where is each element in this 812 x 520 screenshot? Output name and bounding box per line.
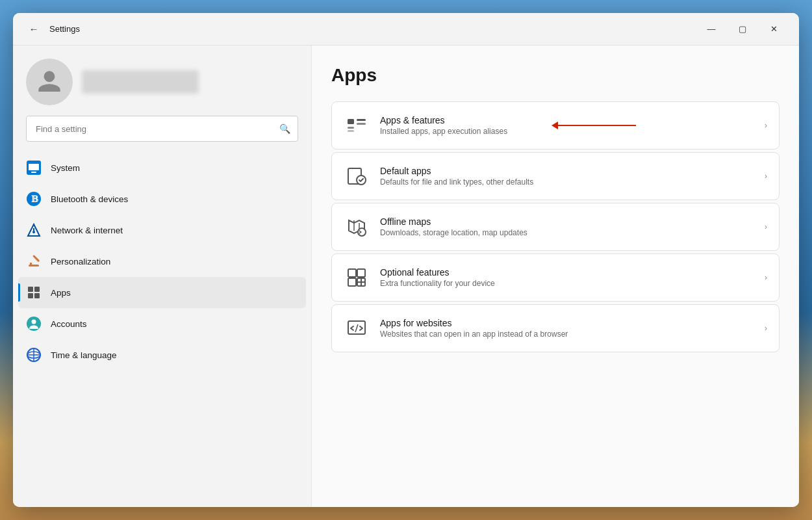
close-button[interactable]: ✕ — [759, 19, 789, 40]
network-icon — [26, 222, 42, 238]
default-apps-desc: Defaults for file and link types, other … — [380, 177, 765, 187]
svg-line-38 — [355, 324, 358, 332]
sidebar-item-apps[interactable]: Apps — [18, 277, 306, 308]
svg-rect-9 — [32, 255, 40, 262]
offline-maps-title: Offline maps — [380, 216, 765, 227]
svg-rect-1 — [29, 164, 39, 170]
optional-features-title: Optional features — [380, 267, 765, 278]
settings-window: ← Settings — ▢ ✕ 🔍 — [13, 13, 799, 507]
avatar — [26, 58, 73, 105]
offline-maps-icon — [344, 214, 370, 240]
sidebar: 🔍 System — [13, 46, 312, 507]
maximize-button[interactable]: ▢ — [728, 19, 757, 40]
sidebar-item-time[interactable]: Time & language — [18, 339, 306, 370]
default-apps-icon — [344, 163, 370, 189]
personalization-icon — [26, 254, 42, 269]
search-input[interactable] — [26, 116, 298, 142]
apps-websites-desc: Websites that can open in an app instead… — [380, 330, 765, 339]
sidebar-item-accounts-label: Accounts — [51, 319, 87, 329]
svg-rect-8 — [29, 265, 39, 266]
sidebar-item-network[interactable]: Network & internet — [18, 214, 306, 246]
offline-maps-chevron: › — [765, 222, 767, 231]
apps-websites-text: Apps for websites Websites that can open… — [380, 318, 765, 339]
svg-rect-25 — [357, 123, 366, 125]
setting-card-apps-features[interactable]: Apps & features Installed apps, app exec… — [331, 101, 780, 150]
setting-card-optional-features[interactable]: Optional features Extra functionality fo… — [331, 254, 780, 302]
default-apps-chevron: › — [765, 172, 767, 181]
system-icon — [26, 160, 42, 176]
minimize-button[interactable]: — — [696, 19, 726, 40]
svg-rect-10 — [30, 263, 32, 265]
user-profile — [13, 46, 311, 116]
sidebar-item-apps-label: Apps — [51, 288, 71, 298]
sidebar-item-time-label: Time & language — [51, 350, 117, 360]
apps-websites-icon — [344, 315, 370, 341]
svg-rect-22 — [348, 127, 354, 129]
svg-rect-21 — [348, 119, 354, 124]
setting-card-default-apps[interactable]: Default apps Defaults for file and link … — [331, 152, 780, 200]
sidebar-item-network-label: Network & internet — [51, 226, 123, 235]
default-apps-text: Default apps Defaults for file and link … — [380, 166, 765, 187]
apps-websites-title: Apps for websites — [380, 318, 765, 328]
svg-point-6 — [32, 231, 35, 233]
offline-maps-desc: Downloads, storage location, map updates — [380, 228, 765, 237]
nav-list: System 𝔹 Bluetooth & devices — [13, 152, 311, 500]
user-info-blurred — [82, 70, 199, 94]
optional-features-icon — [344, 265, 370, 291]
optional-features-desc: Extra functionality for your device — [380, 279, 765, 288]
svg-rect-23 — [348, 130, 354, 132]
setting-card-offline-maps[interactable]: Offline maps Downloads, storage location… — [331, 203, 780, 251]
sidebar-item-personalization-label: Personalization — [51, 257, 110, 266]
sidebar-item-accounts[interactable]: Accounts — [18, 308, 306, 339]
page-title: Apps — [331, 65, 780, 86]
optional-features-chevron: › — [765, 273, 767, 282]
apps-icon — [26, 285, 42, 300]
content-area: Apps Apps & features Installed apps, app… — [312, 46, 799, 507]
sidebar-item-bluetooth[interactable]: 𝔹 Bluetooth & devices — [18, 183, 306, 214]
search-icon: 🔍 — [279, 124, 290, 134]
setting-card-apps-websites[interactable]: Apps for websites Websites that can open… — [331, 304, 780, 352]
svg-rect-14 — [34, 293, 40, 298]
svg-rect-24 — [357, 119, 366, 121]
user-icon — [36, 69, 62, 95]
svg-rect-32 — [357, 269, 365, 277]
red-arrow-annotation — [552, 122, 636, 129]
svg-rect-12 — [34, 287, 40, 292]
svg-rect-31 — [348, 269, 356, 277]
svg-rect-33 — [348, 278, 356, 286]
default-apps-title: Default apps — [380, 166, 765, 176]
svg-point-16 — [32, 320, 36, 324]
sidebar-item-bluetooth-label: Bluetooth & devices — [51, 194, 128, 204]
arrow-line — [558, 125, 636, 126]
optional-features-text: Optional features Extra functionality fo… — [380, 267, 765, 288]
sidebar-item-system[interactable]: System — [18, 152, 306, 183]
search-container: 🔍 — [26, 116, 298, 142]
svg-text:𝔹: 𝔹 — [31, 194, 38, 204]
sidebar-item-system-label: System — [51, 163, 80, 173]
sidebar-item-personalization[interactable]: Personalization — [18, 246, 306, 277]
window-controls: — ▢ ✕ — [696, 19, 789, 40]
titlebar: ← Settings — ▢ ✕ — [13, 13, 799, 46]
back-button[interactable]: ← — [23, 19, 44, 40]
bluetooth-icon: 𝔹 — [26, 191, 42, 207]
offline-maps-text: Offline maps Downloads, storage location… — [380, 216, 765, 237]
apps-features-icon — [344, 112, 370, 138]
main-content: 🔍 System — [13, 46, 799, 507]
accounts-icon — [26, 316, 42, 332]
svg-rect-2 — [31, 172, 36, 173]
apps-websites-chevron: › — [765, 324, 767, 333]
apps-features-chevron: › — [765, 121, 767, 130]
svg-rect-13 — [28, 293, 33, 298]
window-title: Settings — [49, 24, 696, 34]
arrow-head — [552, 122, 558, 129]
svg-rect-11 — [28, 287, 33, 292]
time-icon — [26, 347, 42, 363]
